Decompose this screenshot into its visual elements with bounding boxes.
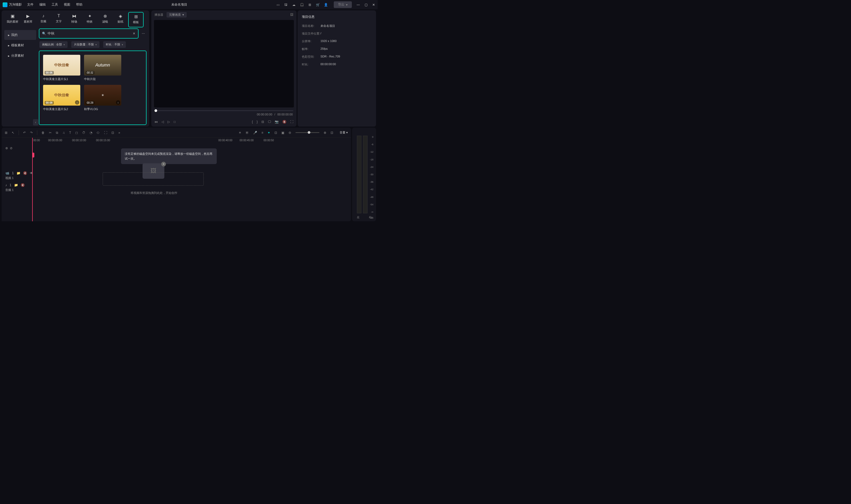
template-card[interactable]: 中秋佳肴00:08↓ 中秋美食主题片头2 — [43, 85, 80, 111]
undo-icon[interactable]: ↶ — [23, 131, 26, 134]
download-icon[interactable]: ↓ — [116, 100, 120, 105]
tab-filter[interactable]: ⊗滤镜 — [97, 12, 113, 28]
search-input[interactable] — [48, 32, 131, 36]
music-icon[interactable]: ♫ — [62, 131, 65, 134]
enhance-icon[interactable]: ☀ — [238, 131, 241, 134]
template-card[interactable]: 中秋佳肴00:06 中秋美食主题片头1 — [43, 55, 80, 81]
tool-pointer-icon[interactable]: ↖ — [12, 131, 14, 134]
tab-stock[interactable]: ▶素材库 — [20, 12, 36, 28]
snapshot-icon[interactable]: 🖼 — [290, 13, 293, 17]
tab-text[interactable]: T文字 — [51, 12, 67, 28]
cloud-icon[interactable]: ☁ — [292, 3, 296, 7]
mute-track-icon[interactable]: 🔇 — [21, 183, 25, 187]
export-button[interactable]: 导出▾ — [334, 1, 352, 8]
more-tools-icon[interactable]: » — [118, 131, 120, 134]
timeline-drop-zone[interactable] — [103, 172, 204, 186]
menu-tools[interactable]: 工具 — [52, 2, 58, 7]
download-icon[interactable]: ↓ — [75, 100, 79, 105]
redo-icon[interactable]: ↷ — [30, 131, 33, 134]
tab-sticker[interactable]: ◈贴纸 — [113, 12, 128, 28]
headphones-icon[interactable]: 🎧 — [300, 3, 304, 7]
step-back-icon[interactable]: ◁ — [161, 120, 164, 124]
apps-icon[interactable]: ⊞ — [308, 3, 312, 7]
add-media-icon[interactable]: + — [161, 162, 166, 166]
tab-audio[interactable]: ♪音频 — [36, 12, 51, 28]
zoom-out-icon[interactable]: ⊖ — [289, 131, 291, 134]
clear-search-icon[interactable]: ✕ — [133, 32, 135, 35]
audio-track-header[interactable]: ♪1📁🔇 音频 1 — [2, 182, 32, 194]
mark-out-icon[interactable]: } — [257, 120, 258, 124]
menu-edit[interactable]: 编辑 — [39, 2, 46, 7]
menu-help[interactable]: 帮助 — [76, 2, 83, 7]
chevron-right-icon: ▸ — [8, 43, 10, 47]
menu-file[interactable]: 文件 — [27, 2, 34, 7]
color-icon[interactable]: ◔ — [90, 131, 92, 134]
sidebar-item-mine[interactable]: ▸我的 — [4, 30, 36, 40]
save-icon[interactable]: 🖫 — [284, 3, 288, 7]
auto-icon[interactable]: ✦ — [268, 131, 270, 134]
volume-label[interactable]: 音量 ▾ — [340, 131, 348, 134]
record-icon[interactable]: ⊡ — [274, 131, 277, 134]
menu-view[interactable]: 视图 — [64, 2, 70, 7]
timeline-ruler[interactable]: 00:00 00:00:05:00 00:00:10:00 00:00:15:0… — [32, 138, 351, 145]
sidebar-item-splitscreen[interactable]: ▸分屏素材 — [4, 51, 36, 61]
folder-icon[interactable]: 📁 — [14, 183, 18, 187]
template-sidebar: ▸我的 ▸模板素材 ▸分屏素材 — [2, 28, 39, 127]
search-more-icon[interactable]: ⋯ — [140, 32, 147, 35]
mute-icon[interactable]: 🔇 — [283, 120, 286, 124]
fullscreen-icon[interactable]: ⛶ — [290, 120, 293, 124]
subtitle-icon[interactable]: ≡ — [261, 131, 263, 134]
quality-dropdown[interactable]: 完整画质▾ — [166, 12, 187, 18]
cart-icon[interactable]: 🛒 — [316, 3, 320, 7]
unlink-icon[interactable]: ⊘ — [10, 146, 13, 150]
snapshot-tool-icon[interactable]: ▣ — [282, 131, 284, 134]
timeline-tracks[interactable]: 00:00 00:00:05:00 00:00:10:00 00:00:15:0… — [32, 138, 351, 221]
mute-track-icon[interactable]: 🔇 — [23, 171, 27, 175]
timer-icon[interactable]: ⏲ — [96, 131, 100, 134]
template-card[interactable]: Autumn00:31 中秋片段 — [84, 55, 121, 81]
text-tool-icon[interactable]: T — [69, 131, 71, 134]
screen-icon[interactable]: ▭ — [276, 3, 280, 7]
preview-viewport[interactable] — [154, 20, 294, 107]
camera-icon[interactable]: 📷 — [275, 120, 279, 124]
tab-template[interactable]: ⊞模板 — [128, 12, 144, 28]
mic-icon[interactable]: 🎤 — [253, 131, 257, 134]
preview-scrubber[interactable] — [155, 110, 293, 111]
mark-in-icon[interactable]: { — [252, 120, 253, 124]
minimize-icon[interactable]: — — [357, 3, 360, 7]
template-card[interactable]: ☀00:28↓ 秋季VLOG — [84, 85, 121, 111]
tool-grid-icon[interactable]: ⊞ — [5, 131, 7, 134]
filter-duration[interactable]: 时长 : 不限 — [103, 41, 126, 48]
expand-icon[interactable]: ⛶ — [104, 131, 107, 134]
prev-frame-icon[interactable]: ⏮ — [155, 120, 158, 124]
maximize-icon[interactable]: ▢ — [365, 3, 367, 7]
link-icon[interactable]: ⊕ — [5, 146, 8, 150]
shield-icon[interactable]: ⛨ — [246, 131, 249, 134]
display-icon[interactable]: 🖵 — [268, 120, 271, 124]
lock-icon[interactable]: ⊡ — [111, 131, 114, 134]
user-icon[interactable]: 👤 — [324, 3, 328, 7]
tab-transition[interactable]: ⧓转场 — [67, 12, 82, 28]
filter-aspect[interactable]: 画幅比例 : 全部 — [39, 41, 68, 48]
stop-icon[interactable]: □ — [174, 120, 176, 124]
close-icon[interactable]: ✕ — [372, 3, 375, 7]
play-icon[interactable]: ▷ — [167, 120, 170, 124]
filter-clips[interactable]: 片段数量 : 不限 — [71, 41, 99, 48]
folder-icon[interactable]: 📁 — [17, 171, 20, 175]
delete-icon[interactable]: 🗑 — [41, 131, 45, 134]
playhead[interactable] — [32, 138, 33, 221]
zoom-in-icon[interactable]: ⊕ — [324, 131, 326, 134]
cut-icon[interactable]: ✂ — [49, 131, 52, 134]
marker-icon[interactable]: ◻ — [75, 131, 78, 134]
tab-my-media[interactable]: ▣我的素材 — [5, 12, 20, 28]
fit-icon[interactable]: ⊡ — [330, 131, 333, 134]
transition-icon: ⧓ — [72, 14, 76, 19]
video-track-header[interactable]: 📹1📁🔇👁 视频 1 — [2, 170, 32, 182]
sidebar-item-templates[interactable]: ▸模板素材 — [4, 40, 36, 50]
crop-icon[interactable]: ⧉ — [56, 131, 58, 134]
zoom-slider[interactable] — [295, 132, 320, 133]
layout-icon[interactable]: ⊟ — [261, 120, 264, 124]
sidebar-collapse-button[interactable]: ‹ — [33, 119, 38, 126]
speed-icon[interactable]: ⏱ — [82, 131, 85, 134]
tab-effects[interactable]: ✦特效 — [82, 12, 97, 28]
